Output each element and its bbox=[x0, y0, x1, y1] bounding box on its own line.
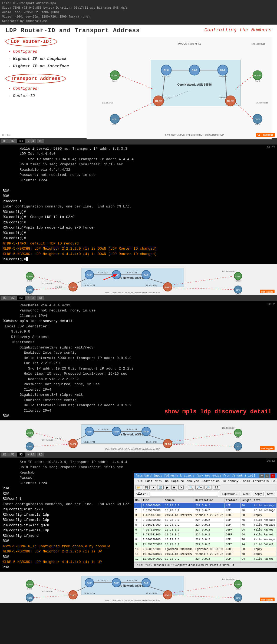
menu-file[interactable]: File bbox=[136, 479, 143, 484]
menu-internals[interactable]: Internals bbox=[253, 479, 269, 484]
tab2-r3-active[interactable]: R3 bbox=[17, 296, 25, 300]
terminal-section-3: 00:52 Src IP addr: 10.34.0.4; Transport … bbox=[0, 458, 277, 572]
save-btn[interactable]: Save bbox=[265, 492, 275, 496]
table-row[interactable]: 43.38590000010.23.0.3224.0.0.2LDP76Hello… bbox=[134, 518, 277, 522]
wireshark-menubar: File Edit View Go Capture Analyze Statis… bbox=[134, 478, 277, 484]
svg-text:10.14.0/24: 10.14.0/24 bbox=[162, 97, 171, 99]
ws-btn-reload[interactable]: 🔄 bbox=[157, 485, 164, 490]
expression-btn[interactable]: Expression... bbox=[220, 492, 239, 496]
tab2-r4[interactable]: x R4 bbox=[25, 296, 36, 300]
tab3-r2[interactable]: R2 bbox=[9, 452, 17, 457]
cell-no: 10 bbox=[134, 547, 141, 552]
svg-text:172.16.0/12: 172.16.0/12 bbox=[42, 439, 54, 441]
svg-text:10.14.0/24: 10.14.0/24 bbox=[84, 441, 95, 443]
cell-no: 1 bbox=[134, 503, 141, 508]
table-row[interactable]: 64.05701000010.23.0.3224.0.0.2OSPF94Hell… bbox=[134, 527, 277, 532]
cell-info: Hello Packet bbox=[253, 542, 276, 547]
ws-btn-zoom-in[interactable]: 🔎+ bbox=[195, 485, 203, 490]
file-info-bar: File: 08-Transport Address.mp4 Size: 73M… bbox=[0, 0, 277, 25]
ws-btn-zoom-reset[interactable]: 1:1 bbox=[213, 485, 220, 490]
menu-telephony[interactable]: Telephony bbox=[222, 479, 238, 484]
svg-text:CBT1: CBT1 bbox=[112, 118, 117, 120]
filter-input[interactable] bbox=[150, 492, 218, 497]
ws-btn-close[interactable]: ✖ bbox=[151, 485, 156, 490]
wireshark-table-header: No. Time Source Destination Protocol Len… bbox=[134, 498, 277, 503]
tab3-r4[interactable]: x R4 bbox=[25, 452, 36, 457]
menu-statistics[interactable]: Statistics bbox=[202, 479, 220, 484]
svg-text:172.16.0/12: 172.16.0/12 bbox=[102, 102, 113, 104]
ws-btn-filter[interactable]: 🔍 bbox=[188, 485, 194, 490]
ws-btn-restart[interactable]: ⟳ bbox=[178, 485, 184, 490]
svg-text:IPv4, OSPF, MPLS, VRFs plus MB: IPv4, OSPF, MPLS, VRFs plus MBGP and Cus… bbox=[165, 133, 224, 136]
table-row[interactable]: 53.96694700010.23.0.2224.0.0.2LDP76Hello… bbox=[134, 522, 277, 527]
menu-edit[interactable]: Edit bbox=[145, 479, 152, 484]
svg-text:Site 1: Site 1 bbox=[27, 280, 32, 282]
tab3-r3-active[interactable]: R3 bbox=[17, 452, 25, 457]
wireshark-close-btn[interactable]: ✕ bbox=[271, 474, 275, 478]
wireshark-maximize-btn[interactable]: □ bbox=[265, 474, 270, 478]
table-row[interactable]: 31.661107000visualTe_22:22:22visualTe_22… bbox=[134, 513, 277, 518]
svg-text:192.168.0/16: 192.168.0/16 bbox=[222, 578, 235, 581]
tab2-r2[interactable]: R2 bbox=[9, 296, 17, 300]
cell-info: Hello Message bbox=[253, 518, 276, 522]
network-diagram-4-svg: Core Network, ASN 65536 R2-P R3-P R4-P 1… bbox=[0, 572, 277, 603]
menu-capture[interactable]: Capture bbox=[171, 479, 184, 484]
nuggets-logo: CBT nuggets bbox=[256, 133, 275, 137]
svg-text:Site 1: Site 1 bbox=[27, 588, 32, 590]
clear-btn[interactable]: Clear bbox=[241, 492, 251, 496]
bullet-highest-loopback: - Highest IP on Loopback bbox=[8, 55, 81, 63]
svg-text:Site 2: Site 2 bbox=[255, 123, 260, 125]
table-row[interactable]: 88.38662900010.23.0.3224.0.0.2LDP76Hello… bbox=[134, 537, 277, 542]
tab2-r5[interactable]: R5 bbox=[37, 296, 44, 300]
cell-len: 60 bbox=[240, 552, 253, 556]
cell-len: 94 bbox=[240, 556, 253, 561]
menu-analyze[interactable]: Analyze bbox=[187, 479, 199, 484]
tab3-r1[interactable]: R1 bbox=[1, 452, 9, 457]
table-row[interactable]: 20.10507000010.23.0.2224.0.0.2LDP76Hello… bbox=[134, 508, 277, 513]
ws-btn-zoom-out[interactable]: 🔎- bbox=[205, 485, 212, 490]
cell-info: Hello Packet bbox=[253, 532, 276, 537]
table-row[interactable]: 1211.98284900010.23.0.2224.0.0.2OSPF94He… bbox=[134, 556, 277, 561]
svg-text:Site 2: Site 2 bbox=[236, 588, 240, 590]
apply-btn[interactable]: Apply bbox=[253, 492, 263, 496]
svg-text:ACME2: ACME2 bbox=[254, 74, 261, 77]
ws-btn-stop[interactable]: ⏹ bbox=[171, 485, 177, 490]
svg-text:10.14.0/24: 10.14.0/24 bbox=[84, 592, 95, 595]
menu-go[interactable]: Go bbox=[165, 479, 169, 484]
table-row[interactable]: 10.00000000010.23.0.2224.0.0.2LDP76Hello… bbox=[134, 503, 277, 508]
table-row[interactable]: 109.458877000EgarMach_33:33:33EgarMach_3… bbox=[134, 547, 277, 552]
cell-src: 10.23.0.3 bbox=[164, 537, 194, 542]
svg-text:CBT2: CBT2 bbox=[236, 597, 240, 599]
col-proto: Protocol bbox=[225, 498, 240, 503]
svg-text:ACME2: ACME2 bbox=[235, 432, 241, 434]
svg-line-75 bbox=[34, 288, 69, 290]
wireshark-window: *Standard input [Wireshark 1.10.5 (SVN R… bbox=[134, 473, 277, 568]
ws-btn-capture[interactable]: ▶ bbox=[165, 485, 170, 490]
wireshark-minimize-btn[interactable]: ─ bbox=[259, 474, 264, 478]
svg-text:10.23.0/24: 10.23.0/24 bbox=[97, 580, 108, 582]
table-row[interactable]: 77.78374100010.23.0.2224.0.0.2OSPF94Hell… bbox=[134, 532, 277, 537]
svg-text:ACME1: ACME1 bbox=[27, 583, 33, 585]
table-row[interactable]: 1312.38857600010.23.0.2224.0.0.2LDP76Hel… bbox=[134, 561, 277, 562]
svg-text:R5-PE: R5-PE bbox=[227, 100, 234, 102]
svg-text:Site 2: Site 2 bbox=[236, 437, 240, 438]
menu-help[interactable]: Help bbox=[272, 479, 277, 484]
menu-tools[interactable]: Tools bbox=[241, 479, 250, 484]
cell-info: Hello Packet bbox=[253, 527, 276, 532]
audio-info: Audio: aac, 22050 Hz, mono (und) bbox=[2, 10, 275, 15]
tab2-r1[interactable]: R1 bbox=[1, 296, 9, 300]
table-row[interactable]: 1111.652631000visualTe_22:22:22visualTe_… bbox=[134, 552, 277, 556]
wireshark-table: No. Time Source Destination Protocol Len… bbox=[134, 498, 277, 562]
menu-view[interactable]: View bbox=[155, 479, 162, 484]
cell-src: 10.23.0.3 bbox=[164, 527, 194, 532]
ws-btn-open[interactable]: 📂 bbox=[136, 485, 142, 490]
table-row[interactable]: 911.39077800010.23.0.2224.0.0.2OSPF94Hel… bbox=[134, 542, 277, 547]
timestamp-t1: 00:52 bbox=[267, 146, 275, 150]
cell-time: 3.966947000 bbox=[141, 522, 164, 527]
cell-proto: LDP bbox=[225, 503, 240, 508]
tab3-r5[interactable]: R5 bbox=[37, 452, 44, 457]
svg-text:R4-P: R4-P bbox=[144, 274, 149, 276]
svg-text:10.23.0/24: 10.23.0/24 bbox=[97, 272, 108, 274]
svg-text:R4-P: R4-P bbox=[144, 582, 149, 584]
ws-btn-save[interactable]: 💾 bbox=[143, 485, 150, 490]
